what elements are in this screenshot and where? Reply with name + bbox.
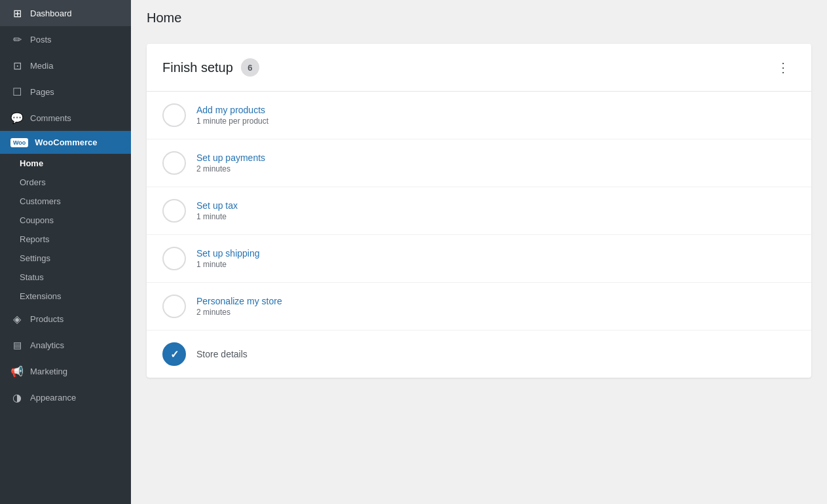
subnav-reports[interactable]: Reports <box>0 230 131 249</box>
setup-item-shipping: Set up shipping 1 minute <box>147 235 811 283</box>
setup-circle-add-products <box>162 103 186 127</box>
sidebar-item-comments[interactable]: 💬 Comments <box>0 105 131 131</box>
woocommerce-label: WooCommerce <box>35 137 97 147</box>
setup-info-payments: Set up payments 2 minutes <box>196 153 265 173</box>
appearance-icon: ◑ <box>10 391 24 404</box>
setup-item-add-products: Add my products 1 minute per product <box>147 92 811 139</box>
analytics-icon: ▤ <box>10 338 24 351</box>
setup-info-personalize: Personalize my store 2 minutes <box>196 296 282 317</box>
setup-card-header: Finish setup 6 ⋮ <box>147 44 811 92</box>
setup-info-add-products: Add my products 1 minute per product <box>196 105 268 126</box>
sidebar-item-media[interactable]: ⊡ Media <box>0 52 131 79</box>
sidebar-item-marketing-label: Marketing <box>30 367 67 376</box>
sidebar-item-pages[interactable]: ☐ Pages <box>0 79 131 105</box>
setup-title-add-products[interactable]: Add my products <box>196 105 268 115</box>
subnav-status[interactable]: Status <box>0 268 131 287</box>
subnav-extensions[interactable]: Extensions <box>0 287 131 306</box>
sidebar-item-media-label: Media <box>30 61 53 71</box>
products-icon: ◈ <box>10 312 24 325</box>
dashboard-icon: ⊞ <box>10 7 24 20</box>
sidebar-item-marketing[interactable]: 📢 Marketing <box>0 358 131 384</box>
sidebar-item-appearance[interactable]: ◑ Appearance <box>0 384 131 410</box>
setup-item-payments: Set up payments 2 minutes <box>147 139 811 187</box>
woo-arrow-icon <box>124 135 131 151</box>
setup-circle-shipping <box>162 247 186 270</box>
setup-circle-store-details <box>162 342 186 366</box>
setup-item-store-details: Store details <box>147 331 811 378</box>
setup-info-store-details: Store details <box>196 349 248 359</box>
woocommerce-section: Woo WooCommerce Home Orders Customers Co… <box>0 131 131 306</box>
sidebar-item-dashboard[interactable]: ⊞ Dashboard <box>0 0 131 26</box>
setup-info-shipping: Set up shipping 1 minute <box>196 248 260 269</box>
setup-circle-payments <box>162 151 186 175</box>
subnav-home[interactable]: Home <box>0 154 131 173</box>
woocommerce-subnav: Home Orders Customers Coupons Reports Se… <box>0 154 131 306</box>
posts-icon: ✏ <box>10 33 24 46</box>
sidebar-item-posts-label: Posts <box>30 35 52 45</box>
setup-subtitle-shipping: 1 minute <box>196 260 260 269</box>
sidebar-item-posts[interactable]: ✏ Posts <box>0 26 131 52</box>
sidebar-item-comments-label: Comments <box>30 113 71 123</box>
setup-subtitle-personalize: 2 minutes <box>196 308 282 317</box>
setup-card-menu-button[interactable]: ⋮ <box>771 57 796 78</box>
setup-item-tax: Set up tax 1 minute <box>147 187 811 235</box>
media-icon: ⊡ <box>10 59 24 72</box>
page-title: Home <box>147 10 811 26</box>
woo-badge-icon: Woo <box>10 138 28 147</box>
setup-item-personalize: Personalize my store 2 minutes <box>147 283 811 331</box>
sidebar-item-products[interactable]: ◈ Products <box>0 306 131 332</box>
setup-title-tax[interactable]: Set up tax <box>196 200 238 211</box>
setup-info-tax: Set up tax 1 minute <box>196 200 238 221</box>
subnav-coupons[interactable]: Coupons <box>0 211 131 230</box>
setup-title-store-details[interactable]: Store details <box>196 349 248 359</box>
setup-card-title: Finish setup <box>162 60 233 75</box>
pages-icon: ☐ <box>10 85 24 98</box>
subnav-customers[interactable]: Customers <box>0 192 131 211</box>
sidebar-item-dashboard-label: Dashboard <box>30 9 72 18</box>
woocommerce-menu-item[interactable]: Woo WooCommerce <box>0 131 131 154</box>
sidebar-item-analytics-label: Analytics <box>30 340 64 350</box>
sidebar-item-pages-label: Pages <box>30 87 54 97</box>
setup-circle-personalize <box>162 295 186 318</box>
marketing-icon: 📢 <box>10 365 24 378</box>
comments-icon: 💬 <box>10 111 24 124</box>
sidebar-item-appearance-label: Appearance <box>30 393 76 403</box>
setup-title-payments[interactable]: Set up payments <box>196 153 265 163</box>
sidebar: ⊞ Dashboard ✏ Posts ⊡ Media ☐ Pages 💬 Co… <box>0 0 131 504</box>
sidebar-item-analytics[interactable]: ▤ Analytics <box>0 332 131 358</box>
subnav-settings[interactable]: Settings <box>0 249 131 268</box>
main-content: Home Finish setup 6 ⋮ Add my products 1 … <box>131 0 827 504</box>
setup-badge: 6 <box>241 58 259 77</box>
topbar: Home <box>131 0 827 31</box>
setup-subtitle-payments: 2 minutes <box>196 164 265 173</box>
setup-card: Finish setup 6 ⋮ Add my products 1 minut… <box>147 44 811 378</box>
setup-title-personalize[interactable]: Personalize my store <box>196 296 282 306</box>
setup-subtitle-add-products: 1 minute per product <box>196 117 268 126</box>
sidebar-item-products-label: Products <box>30 314 64 324</box>
setup-subtitle-tax: 1 minute <box>196 212 238 221</box>
setup-circle-tax <box>162 199 186 223</box>
setup-title-shipping[interactable]: Set up shipping <box>196 248 260 259</box>
subnav-orders[interactable]: Orders <box>0 173 131 192</box>
